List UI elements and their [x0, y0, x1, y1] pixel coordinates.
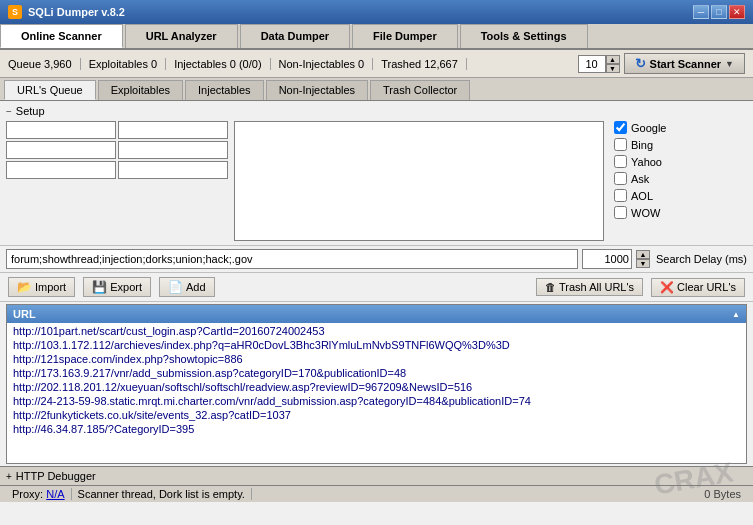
yahoo-label: Yahoo [631, 156, 662, 168]
delay-down[interactable]: ▼ [636, 259, 650, 268]
url-column-header: URL [13, 308, 36, 320]
injectables-count: Injectables 0 (0/0) [166, 58, 270, 70]
close-button[interactable]: ✕ [729, 5, 745, 19]
clear-urls-button[interactable]: ❌ Clear URL's [651, 278, 745, 297]
window-controls: ─ □ ✕ [693, 5, 745, 19]
tab-tools-settings[interactable]: Tools & Settings [460, 24, 588, 48]
wow-label: WOW [631, 207, 660, 219]
toolbar: 📂 Import 💾 Export 📄 Add 🗑 Trash All URL'… [0, 273, 753, 302]
subtab-urls-queue[interactable]: URL's Queue [4, 80, 96, 100]
clear-icon: ❌ [660, 281, 674, 294]
subtab-exploitables[interactable]: Exploitables [98, 80, 183, 100]
thread-count-spinner[interactable]: ▲ ▼ [578, 55, 620, 73]
main-nav: Online Scanner URL Analyzer Data Dumper … [0, 24, 753, 50]
checkbox-ask: Ask [614, 172, 666, 185]
http-debugger-label: HTTP Debugger [16, 470, 96, 482]
checkbox-wow: WOW [614, 206, 666, 219]
start-scanner-area: ▲ ▼ ↻ Start Scanner ▼ [578, 53, 745, 74]
setup-input-6[interactable] [118, 161, 228, 179]
checkbox-aol: AOL [614, 189, 666, 202]
tab-file-dumper[interactable]: File Dumper [352, 24, 458, 48]
ask-checkbox[interactable] [614, 172, 627, 185]
setup-left-panel [6, 121, 228, 241]
setup-right-panel: Google Bing Yahoo Ask AOL [614, 121, 666, 241]
setup-textarea[interactable] [234, 121, 604, 241]
add-button[interactable]: 📄 Add [159, 277, 215, 297]
delay-spinner[interactable]: ▲ ▼ [636, 250, 650, 268]
url-table-container: URL ▲ http://101part.net/scart/cust_logi… [6, 304, 747, 464]
tab-online-scanner[interactable]: Online Scanner [0, 24, 123, 48]
aol-label: AOL [631, 190, 653, 202]
url-item[interactable]: http://46.34.87.185/?CategoryID=395 [7, 422, 746, 436]
checkbox-yahoo: Yahoo [614, 155, 666, 168]
export-button[interactable]: 💾 Export [83, 277, 151, 297]
url-item[interactable]: http://202.118.201.12/xueyuan/softschl/s… [7, 380, 746, 394]
bing-checkbox[interactable] [614, 138, 627, 151]
setup-header[interactable]: − Setup [6, 105, 747, 117]
bing-label: Bing [631, 139, 653, 151]
trash-icon: 🗑 [545, 281, 556, 293]
url-item[interactable]: http://101part.net/scart/cust_login.asp?… [7, 324, 746, 338]
setup-input-4[interactable] [118, 141, 228, 159]
dork-row: ▲ ▼ Search Delay (ms) [0, 246, 753, 273]
subtab-injectables[interactable]: Injectables [185, 80, 264, 100]
tab-data-dumper[interactable]: Data Dumper [240, 24, 350, 48]
app-icon: S [8, 5, 22, 19]
exploitables-count: Exploitables 0 [81, 58, 167, 70]
queue-count: Queue 3,960 [8, 58, 81, 70]
spinner-up[interactable]: ▲ [606, 55, 620, 64]
export-icon: 💾 [92, 280, 107, 294]
google-label: Google [631, 122, 666, 134]
setup-toggle-icon: − [6, 106, 12, 117]
setup-input-2[interactable] [118, 121, 228, 139]
url-item[interactable]: http://24-213-59-98.static.mrqt.mi.chart… [7, 394, 746, 408]
setup-body: Google Bing Yahoo Ask AOL [6, 121, 747, 241]
http-debugger-row[interactable]: + HTTP Debugger [0, 466, 753, 485]
proxy-value[interactable]: N/A [46, 488, 64, 500]
setup-input-1[interactable] [6, 121, 116, 139]
url-table-header[interactable]: URL ▲ [7, 305, 746, 323]
import-button[interactable]: 📂 Import [8, 277, 75, 297]
setup-input-5[interactable] [6, 161, 116, 179]
yahoo-checkbox[interactable] [614, 155, 627, 168]
start-scanner-button[interactable]: ↻ Start Scanner ▼ [624, 53, 745, 74]
proxy-item: Proxy: N/A [6, 488, 72, 500]
bottom-status-bar: Proxy: N/A Scanner thread, Dork list is … [0, 485, 753, 502]
maximize-button[interactable]: □ [711, 5, 727, 19]
non-injectables-count: Non-Injectables 0 [271, 58, 374, 70]
trashed-count: Trashed 12,667 [373, 58, 467, 70]
aol-checkbox[interactable] [614, 189, 627, 202]
import-icon: 📂 [17, 280, 32, 294]
url-item[interactable]: http://121space.com/index.php?showtopic=… [7, 352, 746, 366]
spinner-down[interactable]: ▼ [606, 64, 620, 73]
url-list: http://101part.net/scart/cust_login.asp?… [7, 323, 746, 463]
setup-label: Setup [16, 105, 45, 117]
url-item[interactable]: http://173.163.9.217/vnr/add_submission.… [7, 366, 746, 380]
setup-section: − Setup [0, 101, 753, 246]
checkbox-google: Google [614, 121, 666, 134]
wow-checkbox[interactable] [614, 206, 627, 219]
ask-label: Ask [631, 173, 649, 185]
dork-input[interactable] [6, 249, 578, 269]
url-item[interactable]: http://2funkytickets.co.uk/site/events_3… [7, 408, 746, 422]
minimize-button[interactable]: ─ [693, 5, 709, 19]
url-item[interactable]: http://103.1.172.112/archieves/index.php… [7, 338, 746, 352]
delay-label: Search Delay (ms) [656, 253, 747, 265]
proxy-label: Proxy: [12, 488, 43, 500]
delay-input[interactable] [582, 249, 632, 269]
setup-input-3[interactable] [6, 141, 116, 159]
sub-tabs: URL's Queue Exploitables Injectables Non… [0, 78, 753, 101]
sort-arrow-icon: ▲ [732, 310, 740, 319]
add-icon: 📄 [168, 280, 183, 294]
http-debugger-toggle-icon: + [6, 471, 12, 482]
dropdown-arrow: ▼ [725, 59, 734, 69]
delay-up[interactable]: ▲ [636, 250, 650, 259]
tab-url-analyzer[interactable]: URL Analyzer [125, 24, 238, 48]
google-checkbox[interactable] [614, 121, 627, 134]
thread-count-input[interactable] [578, 55, 606, 73]
status-bar: Queue 3,960 Exploitables 0 Injectables 0… [0, 50, 753, 78]
subtab-non-injectables[interactable]: Non-Injectables [266, 80, 368, 100]
title-bar: S SQLi Dumper v.8.2 ─ □ ✕ [0, 0, 753, 24]
subtab-trash-collector[interactable]: Trash Collector [370, 80, 470, 100]
trash-all-button[interactable]: 🗑 Trash All URL's [536, 278, 643, 296]
